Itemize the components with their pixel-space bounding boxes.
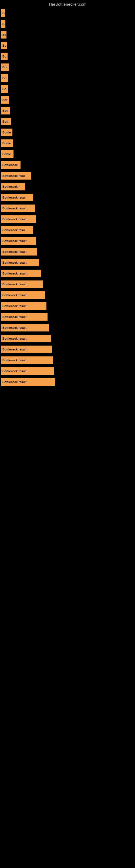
bar-row: Bottleneck result <box>0 301 135 311</box>
bar-label: Bottleneck resu <box>1 172 31 180</box>
bar-label: Bottleneck r <box>1 183 25 190</box>
bar-row: Bottleneck result <box>0 246 135 257</box>
bar-label: Bottleneck resu <box>1 226 33 234</box>
bar-label: Bott <box>1 118 11 125</box>
bar-label: B <box>1 9 5 17</box>
bar-label: Bottleneck result <box>1 378 55 386</box>
bar-row: Bottleneck result <box>0 333 135 344</box>
bar-row: Bottle <box>0 138 135 149</box>
bar-row: Bottleneck <box>0 159 135 170</box>
bar-row: Bo <box>0 29 135 40</box>
bar-label: B <box>1 20 5 28</box>
bar-row: Bottleneck result <box>0 290 135 301</box>
bar-row: Bottleneck result <box>0 344 135 355</box>
bar-label: Bottle <box>1 129 12 136</box>
bar-label: Bottleneck result <box>1 346 52 353</box>
bar-row: Bottleneck result <box>0 366 135 376</box>
site-title: TheBottlenecker.com <box>0 0 135 8</box>
bar-row: Bottleneck result <box>0 236 135 246</box>
bar-label: Bottleneck result <box>1 367 54 375</box>
bar-label: Bottleneck result <box>1 313 48 321</box>
bar-label: Bottleneck result <box>1 302 46 310</box>
bar-label: Bo <box>1 31 6 38</box>
bar-row: Bo <box>0 40 135 51</box>
bar-row: Bottleneck result <box>0 279 135 290</box>
bar-row: Bottleneck result <box>0 214 135 225</box>
bar-label: Bottleneck result <box>1 324 49 332</box>
bar-row: Bottleneck result <box>0 355 135 366</box>
bar-row: Bo <box>0 51 135 62</box>
bar-row: Bottleneck result <box>0 311 135 322</box>
bar-label: Bottleneck result <box>1 335 51 342</box>
bar-label: Bottleneck result <box>1 270 41 277</box>
bar-label: Bott <box>1 107 10 115</box>
bar-label: Bottleneck result <box>1 356 53 364</box>
bar-row: Bottleneck resu <box>0 225 135 236</box>
bar-label: Bottleneck result <box>1 291 45 299</box>
bar-label: Bottleneck result <box>1 259 39 267</box>
bar-row: Bott <box>0 116 135 127</box>
bar-row: Bottleneck resul <box>0 192 135 203</box>
bar-label: Bottleneck result <box>1 205 35 212</box>
bar-row: Bottle <box>0 127 135 138</box>
bar-label: Bottleneck resul <box>1 194 33 201</box>
bar-row: Bottle <box>0 149 135 159</box>
bar-row: Bottleneck resu <box>0 170 135 181</box>
bar-label: Bo <box>1 53 8 60</box>
bar-label: Bo <box>1 42 7 50</box>
bar-label: Bo <box>1 85 8 93</box>
bar-row: B <box>0 19 135 29</box>
bar-label: Bottleneck result <box>1 215 36 223</box>
bar-row: Bot <box>0 94 135 105</box>
bar-label: Bottleneck result <box>1 248 37 255</box>
bar-label: Bottleneck <box>1 161 20 169</box>
bar-row: Bottleneck result <box>0 257 135 268</box>
bar-label: Bottle <box>1 150 13 158</box>
bars-container: BBBoBoBoBotBoBoBotBottBottBottleBottleBo… <box>0 8 135 388</box>
bar-row: B <box>0 8 135 19</box>
bar-label: Bot <box>1 96 9 104</box>
bar-row: Bo <box>0 84 135 94</box>
bar-label: Bottleneck result <box>1 280 43 288</box>
bar-row: Bo <box>0 73 135 84</box>
bar-row: Bottleneck result <box>0 376 135 388</box>
bar-label: Bottle <box>1 140 13 147</box>
bar-row: Bott <box>0 105 135 116</box>
bar-row: Bottleneck result <box>0 203 135 214</box>
bar-label: Bot <box>1 63 9 71</box>
bar-label: Bo <box>1 74 8 82</box>
bar-row: Bot <box>0 62 135 73</box>
bar-row: Bottleneck r <box>0 181 135 192</box>
bar-label: Bottleneck result <box>1 237 36 245</box>
bar-row: Bottleneck result <box>0 322 135 333</box>
bar-row: Bottleneck result <box>0 268 135 279</box>
